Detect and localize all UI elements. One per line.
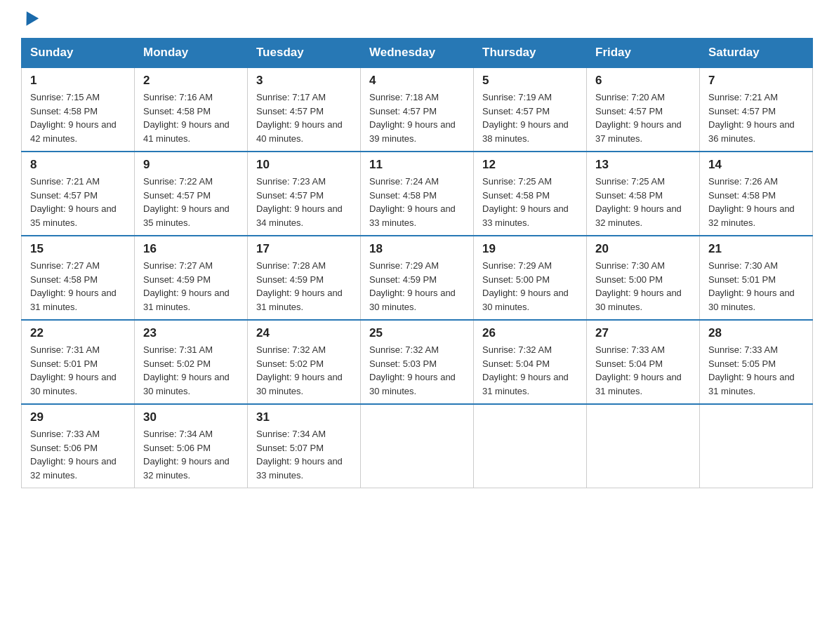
calendar-week-row: 1 Sunrise: 7:15 AMSunset: 4:58 PMDayligh… bbox=[22, 67, 813, 152]
calendar-cell: 30 Sunrise: 7:34 AMSunset: 5:06 PMDaylig… bbox=[135, 404, 248, 488]
day-info: Sunrise: 7:20 AMSunset: 4:57 PMDaylight:… bbox=[595, 92, 682, 144]
header-tuesday: Tuesday bbox=[248, 39, 361, 68]
day-number: 30 bbox=[143, 410, 239, 424]
day-number: 10 bbox=[256, 158, 352, 172]
calendar-cell: 26 Sunrise: 7:32 AMSunset: 5:04 PMDaylig… bbox=[474, 320, 587, 404]
calendar-cell: 17 Sunrise: 7:28 AMSunset: 4:59 PMDaylig… bbox=[248, 236, 361, 320]
calendar-cell: 13 Sunrise: 7:25 AMSunset: 4:58 PMDaylig… bbox=[587, 152, 700, 236]
logo-triangle-icon bbox=[20, 11, 39, 29]
calendar-cell: 31 Sunrise: 7:34 AMSunset: 5:07 PMDaylig… bbox=[248, 404, 361, 488]
calendar-cell: 5 Sunrise: 7:19 AMSunset: 4:57 PMDayligh… bbox=[474, 67, 587, 152]
calendar-header-row: SundayMondayTuesdayWednesdayThursdayFrid… bbox=[22, 39, 813, 68]
day-info: Sunrise: 7:24 AMSunset: 4:58 PMDaylight:… bbox=[369, 176, 456, 228]
day-number: 3 bbox=[256, 74, 352, 88]
day-info: Sunrise: 7:21 AMSunset: 4:57 PMDaylight:… bbox=[30, 176, 117, 228]
calendar-cell: 28 Sunrise: 7:33 AMSunset: 5:05 PMDaylig… bbox=[700, 320, 813, 404]
day-number: 16 bbox=[143, 242, 239, 256]
day-info: Sunrise: 7:32 AMSunset: 5:02 PMDaylight:… bbox=[256, 344, 343, 396]
header-sunday: Sunday bbox=[22, 39, 135, 68]
calendar-cell: 18 Sunrise: 7:29 AMSunset: 4:59 PMDaylig… bbox=[361, 236, 474, 320]
day-number: 26 bbox=[482, 326, 578, 340]
day-number: 19 bbox=[482, 242, 578, 256]
day-number: 2 bbox=[143, 74, 239, 88]
calendar-cell: 16 Sunrise: 7:27 AMSunset: 4:59 PMDaylig… bbox=[135, 236, 248, 320]
day-info: Sunrise: 7:31 AMSunset: 5:01 PMDaylight:… bbox=[30, 344, 117, 396]
day-info: Sunrise: 7:23 AMSunset: 4:57 PMDaylight:… bbox=[256, 176, 343, 228]
day-info: Sunrise: 7:33 AMSunset: 5:05 PMDaylight:… bbox=[708, 344, 795, 396]
day-number: 28 bbox=[708, 326, 804, 340]
day-info: Sunrise: 7:17 AMSunset: 4:57 PMDaylight:… bbox=[256, 92, 343, 144]
calendar-cell: 4 Sunrise: 7:18 AMSunset: 4:57 PMDayligh… bbox=[361, 67, 474, 152]
calendar-week-row: 15 Sunrise: 7:27 AMSunset: 4:58 PMDaylig… bbox=[22, 236, 813, 320]
day-info: Sunrise: 7:18 AMSunset: 4:57 PMDaylight:… bbox=[369, 92, 456, 144]
calendar-cell: 19 Sunrise: 7:29 AMSunset: 5:00 PMDaylig… bbox=[474, 236, 587, 320]
day-number: 1 bbox=[30, 74, 126, 88]
day-number: 31 bbox=[256, 410, 352, 424]
day-number: 15 bbox=[30, 242, 126, 256]
day-number: 29 bbox=[30, 410, 126, 424]
calendar-cell bbox=[474, 404, 587, 488]
logo bbox=[21, 14, 37, 25]
day-info: Sunrise: 7:33 AMSunset: 5:06 PMDaylight:… bbox=[30, 429, 117, 481]
calendar-cell bbox=[587, 404, 700, 488]
calendar-cell: 14 Sunrise: 7:26 AMSunset: 4:58 PMDaylig… bbox=[700, 152, 813, 236]
header-saturday: Saturday bbox=[700, 39, 813, 68]
calendar-cell: 23 Sunrise: 7:31 AMSunset: 5:02 PMDaylig… bbox=[135, 320, 248, 404]
calendar-week-row: 22 Sunrise: 7:31 AMSunset: 5:01 PMDaylig… bbox=[22, 320, 813, 404]
day-info: Sunrise: 7:29 AMSunset: 4:59 PMDaylight:… bbox=[369, 260, 456, 312]
day-number: 6 bbox=[595, 74, 691, 88]
day-number: 14 bbox=[708, 158, 804, 172]
calendar-cell: 24 Sunrise: 7:32 AMSunset: 5:02 PMDaylig… bbox=[248, 320, 361, 404]
day-info: Sunrise: 7:27 AMSunset: 4:58 PMDaylight:… bbox=[30, 260, 117, 312]
day-number: 25 bbox=[369, 326, 465, 340]
day-number: 23 bbox=[143, 326, 239, 340]
calendar-cell: 10 Sunrise: 7:23 AMSunset: 4:57 PMDaylig… bbox=[248, 152, 361, 236]
day-info: Sunrise: 7:31 AMSunset: 5:02 PMDaylight:… bbox=[143, 344, 230, 396]
day-number: 8 bbox=[30, 158, 126, 172]
day-info: Sunrise: 7:26 AMSunset: 4:58 PMDaylight:… bbox=[708, 176, 795, 228]
header-wednesday: Wednesday bbox=[361, 39, 474, 68]
calendar-cell: 27 Sunrise: 7:33 AMSunset: 5:04 PMDaylig… bbox=[587, 320, 700, 404]
day-info: Sunrise: 7:32 AMSunset: 5:04 PMDaylight:… bbox=[482, 344, 569, 396]
header-friday: Friday bbox=[587, 39, 700, 68]
calendar-cell: 25 Sunrise: 7:32 AMSunset: 5:03 PMDaylig… bbox=[361, 320, 474, 404]
calendar-cell: 11 Sunrise: 7:24 AMSunset: 4:58 PMDaylig… bbox=[361, 152, 474, 236]
calendar-cell: 1 Sunrise: 7:15 AMSunset: 4:58 PMDayligh… bbox=[22, 67, 135, 152]
calendar-cell: 6 Sunrise: 7:20 AMSunset: 4:57 PMDayligh… bbox=[587, 67, 700, 152]
calendar-week-row: 29 Sunrise: 7:33 AMSunset: 5:06 PMDaylig… bbox=[22, 404, 813, 488]
calendar-cell: 21 Sunrise: 7:30 AMSunset: 5:01 PMDaylig… bbox=[700, 236, 813, 320]
calendar-cell: 20 Sunrise: 7:30 AMSunset: 5:00 PMDaylig… bbox=[587, 236, 700, 320]
day-number: 18 bbox=[369, 242, 465, 256]
calendar-week-row: 8 Sunrise: 7:21 AMSunset: 4:57 PMDayligh… bbox=[22, 152, 813, 236]
day-number: 17 bbox=[256, 242, 352, 256]
day-info: Sunrise: 7:27 AMSunset: 4:59 PMDaylight:… bbox=[143, 260, 230, 312]
day-number: 5 bbox=[482, 74, 578, 88]
day-info: Sunrise: 7:33 AMSunset: 5:04 PMDaylight:… bbox=[595, 344, 682, 396]
calendar-cell: 22 Sunrise: 7:31 AMSunset: 5:01 PMDaylig… bbox=[22, 320, 135, 404]
day-number: 21 bbox=[708, 242, 804, 256]
calendar-cell: 15 Sunrise: 7:27 AMSunset: 4:58 PMDaylig… bbox=[22, 236, 135, 320]
calendar-cell bbox=[361, 404, 474, 488]
day-info: Sunrise: 7:32 AMSunset: 5:03 PMDaylight:… bbox=[369, 344, 456, 396]
day-info: Sunrise: 7:30 AMSunset: 5:01 PMDaylight:… bbox=[708, 260, 795, 312]
day-number: 20 bbox=[595, 242, 691, 256]
day-number: 24 bbox=[256, 326, 352, 340]
calendar-table: SundayMondayTuesdayWednesdayThursdayFrid… bbox=[21, 38, 813, 488]
day-number: 22 bbox=[30, 326, 126, 340]
calendar-cell: 2 Sunrise: 7:16 AMSunset: 4:58 PMDayligh… bbox=[135, 67, 248, 152]
day-info: Sunrise: 7:19 AMSunset: 4:57 PMDaylight:… bbox=[482, 92, 569, 144]
day-number: 9 bbox=[143, 158, 239, 172]
day-info: Sunrise: 7:16 AMSunset: 4:58 PMDaylight:… bbox=[143, 92, 230, 144]
day-number: 13 bbox=[595, 158, 691, 172]
header-thursday: Thursday bbox=[474, 39, 587, 68]
calendar-cell: 9 Sunrise: 7:22 AMSunset: 4:57 PMDayligh… bbox=[135, 152, 248, 236]
day-info: Sunrise: 7:15 AMSunset: 4:58 PMDaylight:… bbox=[30, 92, 117, 144]
day-number: 11 bbox=[369, 158, 465, 172]
day-info: Sunrise: 7:25 AMSunset: 4:58 PMDaylight:… bbox=[595, 176, 682, 228]
calendar-cell: 3 Sunrise: 7:17 AMSunset: 4:57 PMDayligh… bbox=[248, 67, 361, 152]
day-info: Sunrise: 7:34 AMSunset: 5:07 PMDaylight:… bbox=[256, 429, 343, 481]
day-number: 27 bbox=[595, 326, 691, 340]
day-info: Sunrise: 7:25 AMSunset: 4:58 PMDaylight:… bbox=[482, 176, 569, 228]
header-monday: Monday bbox=[135, 39, 248, 68]
calendar-cell bbox=[700, 404, 813, 488]
